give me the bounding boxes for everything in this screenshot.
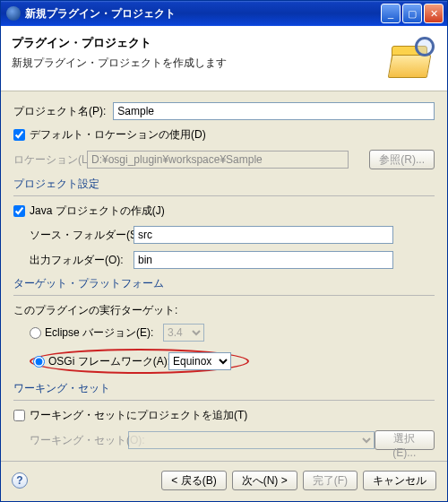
create-java-project-label: Java プロジェクトの作成(J)	[30, 203, 165, 219]
eclipse-icon	[6, 6, 21, 21]
project-name-input[interactable]	[113, 102, 435, 120]
project-name-label: プロジェクト名(P):	[13, 104, 106, 119]
next-button[interactable]: 次へ(N) >	[232, 471, 297, 490]
help-icon[interactable]: ?	[12, 472, 28, 489]
output-folder-label: 出力フォルダー(O):	[30, 253, 128, 268]
maximize-button[interactable]: ▢	[402, 4, 422, 23]
osgi-framework-radio[interactable]	[33, 356, 45, 368]
working-set-select-button: 選択(E)...	[375, 430, 435, 450]
window-title: 新規プラグイン・プロジェクト	[25, 6, 379, 22]
output-folder-input[interactable]	[134, 251, 393, 269]
back-button[interactable]: < 戻る(B)	[161, 471, 226, 490]
working-set-label: ワーキング・セット(O):	[30, 433, 128, 448]
browse-button: 参照(R)...	[369, 150, 435, 169]
use-default-location-label: デフォルト・ロケーションの使用(D)	[30, 127, 206, 143]
minimize-button[interactable]: _	[381, 4, 401, 23]
eclipse-version-radio[interactable]	[30, 327, 41, 339]
osgi-framework-label: OSGi フレームワーク(A):	[48, 354, 163, 369]
header-subtitle: 新規プラグイン・プロジェクトを作成します	[12, 56, 227, 71]
source-folder-label: ソース・フォルダー(S):	[30, 228, 128, 243]
wizard-footer: ? < 戻る(B) 次へ(N) > 完了(F) キャンセル	[1, 462, 447, 501]
add-to-working-set-label: ワーキング・セットにプロジェクトを追加(T)	[30, 408, 247, 423]
eclipse-version-select: 3.4	[163, 324, 204, 342]
project-settings-group: プロジェクト設定 Java プロジェクトの作成(J) ソース・フォルダー(S):…	[13, 177, 435, 269]
eclipse-version-label: Eclipse バージョン(E):	[45, 325, 163, 341]
cancel-button[interactable]: キャンセル	[363, 471, 436, 490]
close-button[interactable]: ✕	[424, 4, 444, 23]
titlebar: 新規プラグイン・プロジェクト _ ▢ ✕	[1, 1, 447, 26]
target-platform-title: ターゲット・プラットフォーム	[13, 276, 435, 291]
runtime-target-label: このプラグインの実行ターゲット:	[13, 303, 435, 318]
osgi-highlight-ellipse: OSGi フレームワーク(A): Equinox	[30, 349, 249, 374]
project-settings-title: プロジェクト設定	[13, 177, 435, 192]
target-platform-group: ターゲット・プラットフォーム このプラグインの実行ターゲット: Eclipse …	[13, 276, 435, 374]
working-set-select	[128, 431, 375, 449]
wizard-header: プラグイン・プロジェクト 新規プラグイン・プロジェクトを作成します	[1, 26, 447, 91]
working-set-title: ワーキング・セット	[13, 381, 435, 396]
location-input	[87, 151, 349, 169]
working-set-group: ワーキング・セット ワーキング・セットにプロジェクトを追加(T) ワーキング・セ…	[13, 381, 435, 450]
header-title: プラグイン・プロジェクト	[12, 35, 227, 51]
create-java-project-checkbox[interactable]	[13, 205, 25, 217]
osgi-framework-select[interactable]: Equinox	[168, 352, 231, 370]
location-label: ロケーション(L):	[13, 152, 83, 168]
add-to-working-set-checkbox[interactable]	[13, 410, 25, 421]
use-default-location-checkbox[interactable]	[13, 129, 25, 141]
source-folder-input[interactable]	[134, 226, 393, 244]
wizard-folder-icon	[386, 35, 436, 80]
content-area: プロジェクト名(P): デフォルト・ロケーションの使用(D) ロケーション(L)…	[1, 91, 447, 461]
finish-button: 完了(F)	[303, 471, 358, 490]
